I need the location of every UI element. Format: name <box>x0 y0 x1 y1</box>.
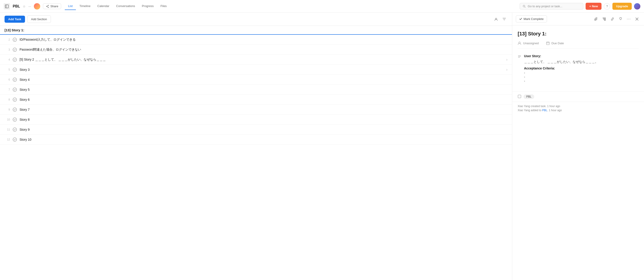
project-tag[interactable]: PBL <box>524 94 534 99</box>
task-name: Password間違えた場合、ログインできない <box>20 48 508 52</box>
left-panel: Add Task Add Section [13] Story 1: <box>0 13 512 280</box>
table-row[interactable]: 5 Story 3 › <box>0 65 512 75</box>
task-check-icon[interactable] <box>13 78 17 82</box>
task-list: 2 ID/Password入力して、ログインできる 3 Password間違えた… <box>0 35 512 144</box>
svg-point-7 <box>523 5 525 7</box>
task-name: Story 10 <box>20 138 508 141</box>
table-row[interactable]: 7 Story 5 <box>0 85 512 95</box>
project-tag-section: PBL <box>512 91 644 102</box>
description-content: User Story: ＿＿＿として、 ＿＿＿がしたい、なぜなら＿＿＿。 Acc… <box>524 54 638 83</box>
criteria-item: - <box>524 71 638 75</box>
user-story-label: User Story: <box>524 54 638 58</box>
mark-complete-button[interactable]: Mark Complete <box>516 15 547 22</box>
task-check-icon[interactable] <box>13 118 17 122</box>
activity-line-2: Xiao Yang added to PBL. 1 hour ago <box>518 109 638 112</box>
search-bar[interactable]: Go to any project or task... <box>520 3 583 9</box>
row-number: 9 <box>4 108 10 111</box>
calendar-icon <box>546 41 550 45</box>
table-row[interactable]: 2 ID/Password入力して、ログインできる <box>0 35 512 45</box>
table-row[interactable]: 10 Story 8 <box>0 115 512 125</box>
row-number: 6 <box>4 78 10 81</box>
more-actions-icon[interactable]: ··· <box>625 16 632 22</box>
task-name: Story 9 <box>20 128 508 131</box>
project-icon <box>518 95 521 99</box>
svg-line-5 <box>47 5 48 6</box>
row-number: 5 <box>4 68 10 71</box>
svg-point-3 <box>48 5 49 6</box>
table-row[interactable]: 6 Story 4 <box>0 75 512 85</box>
more-icon[interactable]: ··· <box>28 4 31 8</box>
row-number: 7 <box>4 88 10 91</box>
activity-text-2-after: . 1 hour ago <box>547 109 562 112</box>
user-story-text: ＿＿＿として、 ＿＿＿がしたい、なぜなら＿＿＿。 <box>524 59 638 64</box>
filter-icon[interactable] <box>501 16 508 22</box>
assignee-field[interactable]: Unassigned <box>518 41 539 45</box>
add-section-button[interactable]: Add Section <box>27 15 51 23</box>
project-avatar <box>34 3 40 9</box>
row-number: 4 <box>4 58 10 61</box>
help-button[interactable]: ? <box>604 3 610 9</box>
task-check-icon[interactable] <box>13 128 17 132</box>
table-row[interactable]: 4 [5] Story 2 ＿＿＿として、 ＿＿＿がしたい、なぜなら＿＿＿ › <box>0 55 512 65</box>
tab-progress[interactable]: Progress <box>138 2 157 10</box>
new-button[interactable]: + New <box>586 3 602 10</box>
link-icon[interactable] <box>609 16 616 22</box>
svg-rect-0 <box>5 5 8 8</box>
section-header: [13] Story 1: <box>0 26 512 35</box>
svg-rect-23 <box>518 95 521 98</box>
sidebar-toggle-icon[interactable] <box>4 3 10 9</box>
svg-line-8 <box>525 6 526 7</box>
task-name: Story 6 <box>20 98 508 101</box>
detail-body: [13] Story 1: Unassigned Due Date <box>512 25 644 91</box>
task-check-icon[interactable] <box>13 58 17 62</box>
add-task-button[interactable]: Add Task <box>4 16 25 23</box>
tab-list[interactable]: List <box>65 2 76 10</box>
criteria-item: - <box>524 79 638 83</box>
table-row[interactable]: 11 Story 9 <box>0 125 512 135</box>
user-avatar[interactable] <box>634 3 640 9</box>
task-check-icon[interactable] <box>13 98 17 102</box>
unassigned-label: Unassigned <box>523 41 539 45</box>
due-date-label: Due Date <box>552 41 564 45</box>
table-row[interactable]: 12 Story 10 <box>0 135 512 144</box>
tab-conversations[interactable]: Conversations <box>113 2 138 10</box>
tab-timeline[interactable]: Timeline <box>76 2 94 10</box>
star-icon[interactable]: ☆ <box>23 4 26 8</box>
share-button[interactable]: Share <box>43 3 61 9</box>
meta-row: Unassigned Due Date <box>518 41 638 49</box>
task-check-icon[interactable] <box>13 38 17 42</box>
tab-files[interactable]: Files <box>157 2 170 10</box>
row-number: 2 <box>4 38 10 41</box>
activity-project-link[interactable]: PBL <box>542 109 548 112</box>
upgrade-button[interactable]: Upgrade <box>612 3 632 10</box>
task-check-icon[interactable] <box>13 68 17 72</box>
tab-calendar[interactable]: Calendar <box>94 2 112 10</box>
svg-point-4 <box>48 7 49 8</box>
table-row[interactable]: 3 Password間違えた場合、ログインできない <box>0 45 512 55</box>
task-check-icon[interactable] <box>13 48 17 52</box>
table-row[interactable]: 9 Story 7 <box>0 105 512 115</box>
due-date-field[interactable]: Due Date <box>546 41 564 45</box>
svg-rect-16 <box>546 42 549 45</box>
like-icon[interactable] <box>617 16 624 22</box>
share-label: Share <box>50 4 58 8</box>
detail-panel: Mark Complete <box>512 13 644 280</box>
checkmark-icon <box>519 17 522 20</box>
assign-icon[interactable] <box>493 16 499 22</box>
svg-point-2 <box>46 6 47 6</box>
expand-arrow-icon[interactable]: › <box>506 58 508 62</box>
attachment-icon[interactable] <box>593 16 600 22</box>
task-toolbar: Add Task Add Section <box>0 13 512 26</box>
acceptance-criteria-label: Acceptance Criteria: <box>524 66 638 70</box>
row-number: 11 <box>4 128 10 131</box>
task-check-icon[interactable] <box>13 88 17 92</box>
task-check-icon[interactable] <box>13 108 17 112</box>
description-section: User Story: ＿＿＿として、 ＿＿＿がしたい、なぜなら＿＿＿。 Acc… <box>518 54 638 83</box>
svg-rect-12 <box>604 20 606 20</box>
task-check-icon[interactable] <box>13 138 17 141</box>
subtask-icon[interactable] <box>601 16 608 22</box>
expand-arrow-icon[interactable]: › <box>506 68 508 72</box>
task-name: [5] Story 2 ＿＿＿として、 ＿＿＿がしたい、なぜなら＿＿＿ <box>20 58 508 62</box>
table-row[interactable]: 8 Story 6 <box>0 95 512 105</box>
close-detail-icon[interactable] <box>634 16 640 22</box>
